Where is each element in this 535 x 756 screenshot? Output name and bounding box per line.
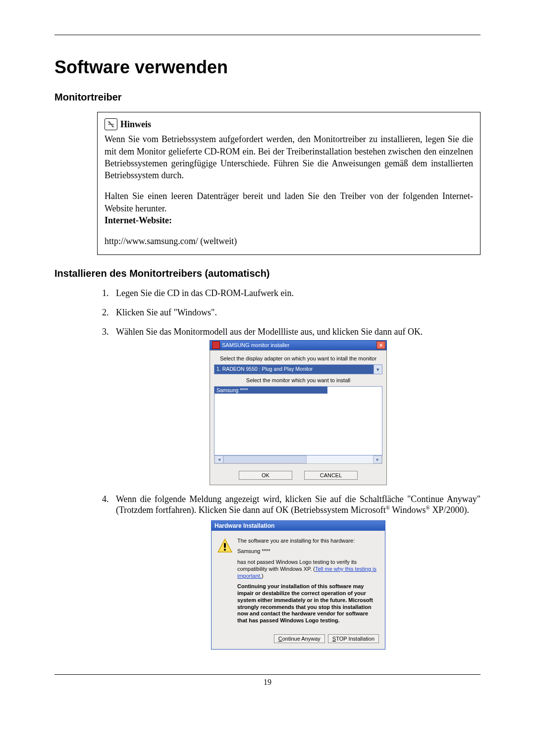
hw-line1: The software you are installing for this… xyxy=(237,538,379,545)
registered-icon: ® xyxy=(386,504,390,510)
installer-label-monitor: Select the monitor which you want to ins… xyxy=(214,377,382,383)
page-number: 19 xyxy=(54,678,481,687)
note-header: Hinweis xyxy=(105,118,473,130)
note-site-label: Internet-Website: xyxy=(105,214,473,226)
step-3: Wählen Sie das Monitormodell aus der Mod… xyxy=(111,327,481,485)
hw-line2: Samsung **** xyxy=(237,548,379,555)
chevron-down-icon: ▾ xyxy=(374,365,382,374)
installer-button-row: OK CANCEL xyxy=(214,471,382,480)
note-box: Hinweis Wenn Sie vom Betriebssystem aufg… xyxy=(97,112,481,255)
note-label: Hinweis xyxy=(120,118,151,130)
section-heading-monitortreiber: Monitortreiber xyxy=(54,92,481,103)
ok-button[interactable]: OK xyxy=(239,471,292,480)
step-4: Wenn die folgende Meldung angezeigt wird… xyxy=(111,494,481,650)
installer-horizontal-scrollbar[interactable]: ◂ ▸ xyxy=(214,455,382,464)
installer-title-text: SAMSUNG monitor installer xyxy=(222,342,289,348)
scroll-thumb[interactable] xyxy=(223,455,307,463)
section-heading-install-auto: Installieren des Monitortreibers (automa… xyxy=(54,268,481,279)
scroll-track[interactable] xyxy=(223,455,373,463)
note-body: Wenn Sie vom Betriebssystem aufgefordert… xyxy=(105,133,473,247)
continue-anyway-button[interactable]: Continue Anyway xyxy=(274,634,325,643)
note-paragraph-2: Halten Sie einen leeren Datenträger bere… xyxy=(105,190,473,214)
hw-button-row: Continue Anyway STOP Installation xyxy=(212,634,385,649)
step-3-text: Wählen Sie das Monitormodell aus der Mod… xyxy=(116,327,423,337)
step-1: Legen Sie die CD in das CD-ROM-Laufwerk … xyxy=(111,288,481,299)
step-2: Klicken Sie auf "Windows". xyxy=(111,307,481,318)
hardware-installation-dialog: Hardware Installation The software you a… xyxy=(211,520,385,650)
installer-titlebar: SAMSUNG monitor installer × xyxy=(210,340,387,350)
step-4-text-c: XP/2000). xyxy=(430,505,469,515)
note-url: http://www.samsung.com/ (weltweit) xyxy=(105,235,473,247)
hw-bold-warning: Continuing your installation of this sof… xyxy=(237,583,379,624)
close-icon[interactable]: × xyxy=(376,341,385,349)
note-paragraph-1: Wenn Sie vom Betriebssystem aufgefordert… xyxy=(105,133,473,181)
scroll-right-icon[interactable]: ▸ xyxy=(373,455,382,463)
steps-list: Legen Sie die CD in das CD-ROM-Laufwerk … xyxy=(97,288,481,650)
installer-monitor-list[interactable]: Samsung **** xyxy=(214,386,382,455)
note-icon xyxy=(105,118,117,130)
page-rule-bottom xyxy=(54,674,481,675)
hw-titlebar: Hardware Installation xyxy=(212,521,385,531)
hw-line3: has not passed Windows Logo testing to v… xyxy=(237,559,379,579)
installer-adapter-selected: 1. RADEON 9550 : Plug and Play Monitor xyxy=(214,365,374,374)
installer-adapter-dropdown[interactable]: 1. RADEON 9550 : Plug and Play Monitor ▾ xyxy=(214,364,382,374)
stop-installation-button[interactable]: STOP Installation xyxy=(328,634,379,643)
hw-body: The software you are installing for this… xyxy=(212,531,385,634)
svg-point-2 xyxy=(224,549,226,551)
step-4-text-b: Windows xyxy=(390,505,426,515)
hw-text: The software you are installing for this… xyxy=(237,538,379,628)
installer-title-left: SAMSUNG monitor installer xyxy=(212,341,289,349)
page-rule-top xyxy=(54,35,481,35)
installer-monitor-selected: Samsung **** xyxy=(214,387,327,394)
svg-rect-1 xyxy=(224,543,226,548)
scroll-left-icon[interactable]: ◂ xyxy=(214,455,223,463)
installer-body: Select the display adapter on which you … xyxy=(210,350,387,485)
installer-dialog: SAMSUNG monitor installer × Select the d… xyxy=(210,340,387,485)
cancel-button[interactable]: CANCEL xyxy=(304,471,358,480)
document-page: Software verwenden Monitortreiber Hinwei… xyxy=(0,0,535,756)
installer-label-adapter: Select the display adapter on which you … xyxy=(214,355,382,361)
warning-icon xyxy=(217,539,232,553)
registered-icon: ® xyxy=(426,504,430,510)
page-title: Software verwenden xyxy=(54,57,481,78)
hw-line3b: ) xyxy=(262,573,264,579)
installer-app-icon xyxy=(212,341,220,349)
